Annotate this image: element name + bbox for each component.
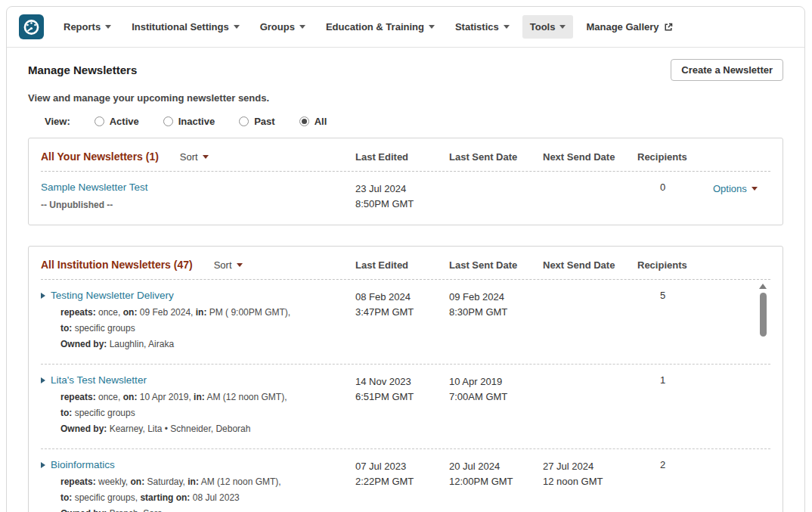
last-edited-cell: 14 Nov 20236:51PM GMT [355,374,449,436]
institution-newsletters-header: All Institution Newsletters (47) Sort La… [41,247,770,280]
chevron-down-icon [559,25,566,29]
last-sent-cell: 09 Feb 20248:30PM GMT [449,290,543,351]
nav-items: Reports Institutional Settings Groups Ed… [56,15,680,39]
status-badge: -- Unpublished -- [41,200,355,210]
page-container: Reports Institutional Settings Groups Ed… [6,6,805,512]
recipients-cell: 5 [637,290,713,351]
nav-item-groups[interactable]: Groups [253,15,313,39]
scroll-up-icon[interactable] [759,284,767,289]
chevron-down-icon [299,25,305,29]
main-content: Manage Newsletters Create a Newsletter V… [7,64,804,512]
your-newsletters-panel: All Your Newsletters (1) Sort Last Edite… [28,138,783,225]
recipients-cell: 2 [637,459,713,512]
table-row: Testing Newsletter Delivery repeats: onc… [41,280,770,365]
column-header-last-sent-date: Last Sent Date [449,259,543,271]
scrollbar[interactable] [759,284,767,503]
radio-icon[interactable] [239,116,249,126]
your-newsletters-header: All Your Newsletters (1) Sort Last Edite… [41,138,770,172]
column-header-recipients: Recipients [637,151,713,163]
radio-icon[interactable] [163,116,173,126]
expand-triangle-icon[interactable] [41,377,45,383]
institution-newsletters-title: All Institution Newsletters (47) [41,259,193,271]
last-edited-cell: 07 Jul 20232:22PM GMT [355,459,449,512]
newsletter-details: repeats: once, on: 09 Feb 2024, in: PM (… [60,306,355,351]
page-title: Manage Newsletters [28,64,137,76]
newsletter-link[interactable]: Lita's Test Newsletter [51,374,147,386]
view-option-all[interactable]: All [299,116,327,127]
view-options: Active Inactive Past All [95,116,327,127]
expand-triangle-icon[interactable] [41,293,45,299]
create-newsletter-button[interactable]: Create a Newsletter [671,59,783,81]
column-header-last-edited: Last Edited [355,259,449,271]
radio-icon[interactable] [95,116,104,126]
column-header-last-edited: Last Edited [355,151,449,163]
last-sent-cell [449,182,543,212]
column-header-last-sent-date: Last Sent Date [449,151,543,163]
radio-icon[interactable] [299,116,309,126]
view-filter: View: Active Inactive Past All [45,116,783,127]
table-row: Sample Newsletter Test -- Unpublished --… [41,172,770,225]
chevron-down-icon [504,25,510,29]
last-edited-cell: 08 Feb 20243:47PM GMT [355,290,449,351]
last-sent-cell: 20 Jul 202412:00PM GMT [449,459,543,512]
your-newsletters-rows: Sample Newsletter Test -- Unpublished --… [41,172,770,225]
nav-item-institutional-settings[interactable]: Institutional Settings [124,15,247,39]
chevron-down-icon [752,187,758,191]
column-header-next-send-date: Next Send Date [543,151,637,163]
nav-item-reports[interactable]: Reports [56,15,119,39]
expand-triangle-icon[interactable] [41,462,45,468]
nav-item-tools[interactable]: Tools [522,15,574,39]
institution-newsletters-rows: Testing Newsletter Delivery repeats: onc… [41,280,770,512]
gauge-dashboard-icon[interactable] [19,14,44,39]
sort-dropdown[interactable]: Sort [180,151,209,163]
options-dropdown[interactable]: Options [713,183,758,194]
view-option-active[interactable]: Active [95,116,139,127]
recipients-cell: 1 [637,374,713,436]
view-option-past[interactable]: Past [239,116,274,127]
newsletter-link[interactable]: Testing Newsletter Delivery [51,290,174,301]
next-send-cell [543,374,637,436]
view-option-inactive[interactable]: Inactive [163,116,215,127]
your-newsletters-title: All Your Newsletters (1) [41,150,159,163]
top-navbar: Reports Institutional Settings Groups Ed… [7,7,804,48]
chevron-down-icon [203,155,209,159]
last-edited-cell: 23 Jul 20248:50PM GMT [355,182,449,212]
chevron-down-icon [234,25,240,29]
nav-item-manage-gallery[interactable]: Manage Gallery [578,15,680,39]
table-row: Bioinformatics repeats: weekly, on: Satu… [41,449,770,512]
nav-item-education-training[interactable]: Education & Training [318,15,442,39]
page-subtitle: View and manage your upcoming newsletter… [28,92,783,104]
column-header-recipients: Recipients [637,259,713,271]
institution-newsletters-panel: All Institution Newsletters (47) Sort La… [28,246,783,512]
chevron-down-icon [237,263,243,267]
view-filter-label: View: [45,116,70,127]
column-header-next-send-date: Next Send Date [543,259,637,271]
sort-dropdown[interactable]: Sort [214,259,243,271]
nav-item-statistics[interactable]: Statistics [448,15,517,39]
newsletter-details: repeats: weekly, on: Saturday, in: AM (1… [60,475,355,512]
newsletter-link[interactable]: Bioinformatics [51,459,115,470]
chevron-down-icon [105,25,111,29]
last-sent-cell: 10 Apr 20197:00AM GMT [449,374,543,436]
external-link-icon [664,23,673,32]
next-send-cell: 27 Jul 202412 noon GMT [543,459,637,512]
newsletter-details: repeats: once, on: 10 Apr 2019, in: AM (… [60,390,355,436]
next-send-cell [543,290,637,351]
recipients-cell: 0 [637,182,713,212]
chevron-down-icon [429,25,435,29]
newsletter-link[interactable]: Sample Newsletter Test [41,182,148,193]
next-send-cell [543,182,637,212]
table-row: Lita's Test Newsletter repeats: once, on… [41,365,770,449]
scrollbar-thumb[interactable] [760,293,767,337]
